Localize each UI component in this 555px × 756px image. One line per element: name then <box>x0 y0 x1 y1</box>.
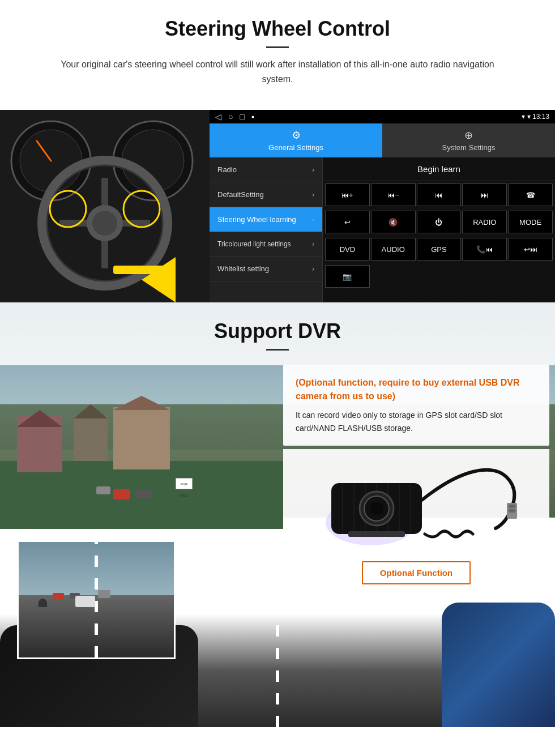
dvr-title-wrap: Support DVR <box>0 302 555 365</box>
car-red-1 <box>113 489 130 499</box>
wifi-icon: ▾ <box>522 113 527 121</box>
svg-rect-33 <box>509 509 515 512</box>
house-3 <box>113 407 170 469</box>
headunit-panel: Begin learn ⏮+ ⏮− ⏮ ⏭ ☎ ↩ 🔇 ⏻ RADIO MODE <box>323 157 555 302</box>
dvr-title: Support DVR <box>0 319 555 343</box>
for-sale-sign: FOR SALE <box>176 478 193 489</box>
headunit-menu: Radio › DefaultSetting › Steering Wheel … <box>210 157 323 302</box>
tab-system-settings[interactable]: ⊕ System Settings <box>382 123 555 157</box>
tab-system-label: System Settings <box>442 143 496 152</box>
dvr-info-box: (Optional function, require to buy exter… <box>283 365 549 446</box>
btn-back-next[interactable]: ↩⏭ <box>508 238 553 260</box>
menu-default-label: DefaultSetting <box>217 190 264 199</box>
btn-power[interactable]: ⏻ <box>417 211 462 233</box>
svg-point-29 <box>370 502 383 515</box>
dashcam-road-view <box>19 542 174 657</box>
headunit-content: Radio › DefaultSetting › Steering Wheel … <box>210 157 555 302</box>
chevron-right-icon: › <box>312 216 314 224</box>
thumbnail-bike <box>39 599 47 607</box>
btn-audio[interactable]: AUDIO <box>371 238 416 260</box>
begin-learn-label: Begin learn <box>417 164 460 174</box>
menu-item-whitelist[interactable]: Whitelist setting › <box>210 257 322 281</box>
signal-icon: ▾ <box>527 113 532 121</box>
btn-dvd[interactable]: DVD <box>325 238 370 260</box>
chevron-right-icon: › <box>312 191 314 199</box>
btn-vol-up[interactable]: ⏮+ <box>325 183 370 206</box>
btn-mute[interactable]: 🔇 <box>371 211 416 233</box>
headunit-ui: ◁ ○ □ ▪ ▾ ▾ 13:13 ⚙ General Settings ⊕ S… <box>210 110 555 302</box>
dvr-camera-svg <box>314 455 518 545</box>
btn-camera[interactable]: 📷 <box>325 265 370 288</box>
recents-icon[interactable]: □ <box>240 112 244 121</box>
btn-hangup[interactable]: ↩ <box>325 211 370 233</box>
btn-call-prev[interactable]: 📞⏮ <box>462 238 507 260</box>
optional-function-button[interactable]: Optional Function <box>362 561 471 584</box>
btn-vol-down[interactable]: ⏮− <box>371 183 416 206</box>
house-2 <box>74 416 108 461</box>
btn-call[interactable]: ☎ <box>508 183 553 206</box>
steering-wheel-image <box>0 110 210 302</box>
back-icon[interactable]: ◁ <box>215 112 221 121</box>
menu-tricoloured-label: Tricoloured light settings <box>217 240 291 248</box>
optional-function-wrap: Optional Function <box>283 553 549 592</box>
title-divider <box>266 46 289 48</box>
thumbnail-suv <box>75 596 95 607</box>
car-grey-1 <box>136 489 152 498</box>
roof-2 <box>74 404 108 418</box>
dashcam-inset <box>17 540 176 659</box>
roof-3 <box>113 396 170 410</box>
menu-item-default-setting[interactable]: DefaultSetting › <box>210 182 322 207</box>
dvr-camera-area <box>283 449 549 551</box>
tab-general-label: General Settings <box>268 143 323 152</box>
dvr-divider <box>266 349 289 351</box>
svg-rect-17 <box>113 266 176 274</box>
menu-whitelist-label: Whitelist setting <box>217 264 269 273</box>
svg-point-13 <box>92 211 117 236</box>
btn-prev[interactable]: ⏮ <box>417 183 462 206</box>
steering-section: Steering Wheel Control Your original car… <box>0 0 555 110</box>
btn-gps[interactable]: GPS <box>417 238 462 260</box>
button-grid-row1: ⏮+ ⏮− ⏮ ⏭ ☎ <box>323 181 555 208</box>
thumbnail-car-3 <box>98 590 110 598</box>
home-icon[interactable]: ○ <box>228 112 233 121</box>
button-grid-row3: DVD AUDIO GPS 📞⏮ ↩⏭ <box>323 236 555 263</box>
menu-item-steering-wheel[interactable]: Steering Wheel learning › <box>210 207 322 232</box>
chevron-right-icon: › <box>312 166 314 174</box>
btn-radio[interactable]: RADIO <box>462 211 507 233</box>
svg-rect-30 <box>348 531 405 537</box>
clock: 13:13 <box>532 113 549 121</box>
btn-next[interactable]: ⏭ <box>462 183 507 206</box>
nav-icons: ◁ ○ □ ▪ <box>215 112 254 121</box>
dvr-section: FOR SALE Support DVR (Optional function <box>0 302 555 727</box>
button-grid-row2: ↩ 🔇 ⏻ RADIO MODE <box>323 208 555 236</box>
tab-general-settings[interactable]: ⚙ General Settings <box>210 123 382 157</box>
dvr-optional-text: (Optional function, require to buy exter… <box>296 376 537 403</box>
dvr-description: It can record video only to storage in G… <box>296 409 537 434</box>
system-icon: ⊕ <box>464 129 473 142</box>
roof-1 <box>17 410 62 427</box>
car-grey-2 <box>96 486 110 494</box>
menu-radio-label: Radio <box>217 165 237 174</box>
btn-mode[interactable]: MODE <box>508 211 553 233</box>
begin-learn-area: Begin learn <box>323 157 555 181</box>
tab-bar: ⚙ General Settings ⊕ System Settings <box>210 123 555 157</box>
steering-demo: ◁ ○ □ ▪ ▾ ▾ 13:13 ⚙ General Settings ⊕ S… <box>0 110 555 302</box>
chevron-right-icon: › <box>312 265 314 273</box>
road-marking <box>276 625 279 727</box>
dvr-content-overlay: (Optional function, require to buy exter… <box>283 359 555 727</box>
thumbnail-car-1 <box>53 593 64 600</box>
svg-rect-32 <box>509 505 515 508</box>
statusbar: ◁ ○ □ ▪ ▾ ▾ 13:13 <box>210 110 555 123</box>
menu-steering-label: Steering Wheel learning <box>217 215 296 224</box>
section-subtitle: Your original car's steering wheel contr… <box>45 57 510 86</box>
page-title: Steering Wheel Control <box>23 17 532 41</box>
menu-item-radio[interactable]: Radio › <box>210 157 322 182</box>
gear-icon: ⚙ <box>292 129 301 142</box>
menu-icon[interactable]: ▪ <box>251 112 254 121</box>
status-info: ▾ ▾ 13:13 <box>522 113 549 121</box>
chevron-right-icon: › <box>312 240 314 248</box>
button-grid-row4: 📷 <box>323 263 555 290</box>
steering-wheel-svg <box>0 110 210 302</box>
menu-item-tricoloured[interactable]: Tricoloured light settings › <box>210 232 322 257</box>
